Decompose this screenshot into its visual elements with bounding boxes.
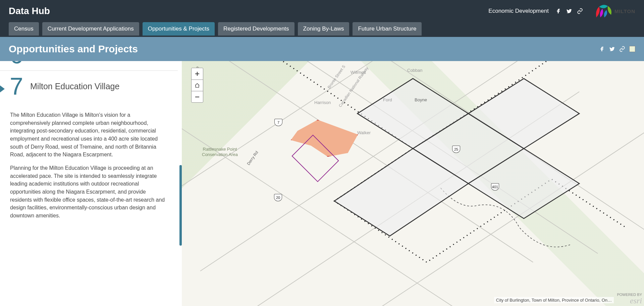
- sidebar-item-mev[interactable]: 7 Milton Education Village: [0, 71, 178, 107]
- tab-zoning-bylaws[interactable]: Zoning By-Laws: [298, 22, 350, 36]
- page-title: Opportunities and Projects: [9, 43, 599, 55]
- tab-current-dev-apps[interactable]: Current Development Applications: [42, 22, 139, 36]
- label-boyne: Boyne: [415, 97, 427, 102]
- tab-opportunities-projects[interactable]: Opportunities & Projects: [143, 22, 215, 36]
- label-cobban: Cobban: [407, 68, 423, 73]
- hwy-shield-20: 20: [274, 194, 282, 201]
- site-title[interactable]: Data Hub: [9, 6, 488, 16]
- image-icon[interactable]: [629, 46, 635, 52]
- paragraph: Planning for the Milton Education Villag…: [10, 164, 168, 220]
- sidebar[interactable]: 6 Agerton Area 7 Milton Education Villag…: [0, 61, 182, 306]
- brand-logo[interactable]: MILTON: [594, 4, 635, 18]
- hwy-shield-7: 7: [274, 119, 282, 126]
- page-header: Opportunities and Projects: [0, 37, 644, 61]
- top-bar: Data Hub Economic Development MILTON: [0, 0, 644, 22]
- mev-parcel: [291, 120, 358, 180]
- item-number: 7: [3, 74, 30, 98]
- nav-tabs: Census Current Development Applications …: [0, 22, 644, 37]
- twitter-icon[interactable]: [609, 46, 615, 52]
- tab-registered-dev[interactable]: Registered Developments: [218, 22, 294, 36]
- label-harrison: Harrison: [314, 100, 331, 105]
- label-ford: Ford: [383, 97, 392, 102]
- map-attribution[interactable]: City of Burlington, Town of Milton, Prov…: [494, 297, 614, 303]
- tab-future-urban[interactable]: Future Urban Structure: [353, 22, 422, 36]
- page-share: [599, 46, 635, 52]
- item-body: The Milton Education Village is Milton's…: [0, 107, 178, 229]
- facebook-icon[interactable]: [599, 46, 605, 52]
- label-walker: Walker: [357, 130, 371, 135]
- marker-icon: [0, 83, 5, 95]
- paragraph: The Milton Education Village is Milton's…: [10, 111, 168, 159]
- hwy-shield-401: 401: [491, 183, 499, 191]
- top-links: Economic Development MILTON: [488, 4, 635, 18]
- label-rattlesnake: Rattlesnake Point Conservation Area: [202, 147, 238, 157]
- esri-logo[interactable]: POWERED BY esri: [617, 293, 642, 305]
- econ-dev-link[interactable]: Economic Development: [488, 8, 549, 14]
- item-title: Milton Education Village: [30, 82, 119, 91]
- tab-census[interactable]: Census: [9, 22, 39, 36]
- sidebar-item-agerton[interactable]: 6 Agerton Area: [0, 61, 178, 71]
- home-button[interactable]: [192, 80, 203, 91]
- logo-mark: [594, 4, 613, 18]
- hwy-shield-25: 25: [452, 146, 460, 153]
- item-number: 6: [3, 61, 30, 67]
- brand-text: MILTON: [614, 8, 635, 14]
- facebook-icon[interactable]: [555, 8, 561, 14]
- link-icon[interactable]: [577, 8, 583, 14]
- link-icon[interactable]: [619, 46, 625, 52]
- roads-layer: [182, 61, 644, 306]
- content-area: 6 Agerton Area 7 Milton Education Villag…: [0, 61, 644, 306]
- zoom-in-button[interactable]: [192, 68, 203, 80]
- twitter-icon[interactable]: [566, 8, 572, 14]
- scrollbar-thumb[interactable]: [179, 165, 182, 246]
- map[interactable]: Willmott Cobban Harrison Ford Walker Boy…: [182, 61, 644, 306]
- zoom-control: [191, 68, 203, 103]
- zoom-out-button[interactable]: [192, 91, 203, 102]
